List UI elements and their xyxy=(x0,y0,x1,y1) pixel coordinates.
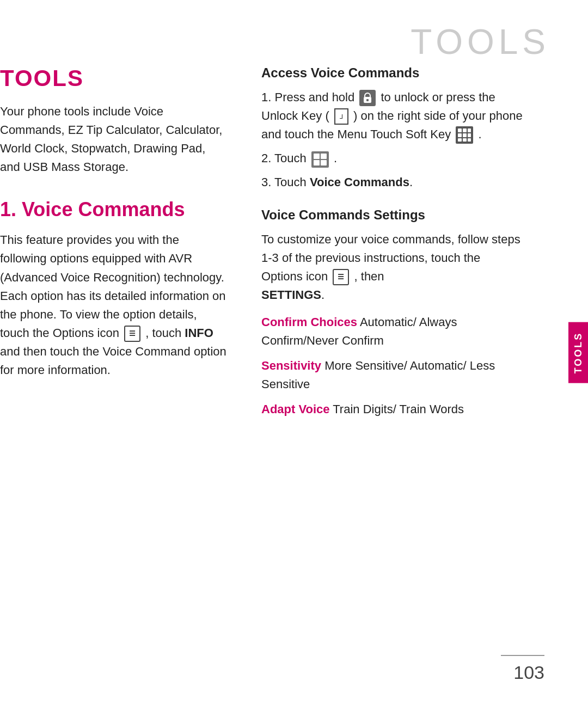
side-tab-label: TOOLS xyxy=(573,332,584,373)
voice-commands-settings-heading: Voice Commands Settings xyxy=(261,207,523,223)
adapt-voice-item: Adapt Voice Train Digits/ Train Words xyxy=(261,400,523,419)
main-content: TOOLS Your phone tools include Voice Com… xyxy=(0,65,588,425)
access-voice-commands-heading: Access Voice Commands xyxy=(261,65,523,81)
options-icon-left: ☰ xyxy=(124,326,140,342)
settings-body-text: To customize your voice commands, follow… xyxy=(261,230,523,304)
confirm-choices-item: Confirm Choices Automatic/ Always Confir… xyxy=(261,313,523,350)
adapt-voice-value: Train Digits/ Train Words xyxy=(333,402,464,416)
page-header-title: TOOLS xyxy=(411,22,550,62)
confirm-choices-label: Confirm Choices xyxy=(261,315,357,329)
sensitivity-label: Sensitivity xyxy=(261,359,321,372)
voice-commands-heading: 1. Voice Commands xyxy=(0,198,229,221)
step-1: 1. Press and hold to unlock or press the… xyxy=(261,88,523,144)
unlock-key-icon: ⅃ xyxy=(334,108,348,125)
sensitivity-item: Sensitivity More Sensitive/ Automatic/ L… xyxy=(261,357,523,394)
side-tab: TOOLS xyxy=(568,322,588,383)
page-divider xyxy=(501,655,544,656)
intro-paragraph: Your phone tools include Voice Commands,… xyxy=(0,102,229,176)
voice-commands-body: This feature provides you with the follo… xyxy=(0,231,229,379)
svg-rect-1 xyxy=(366,99,369,101)
adapt-voice-label: Adapt Voice xyxy=(261,402,330,416)
options-icon-right: ☰ xyxy=(333,269,349,285)
tools-main-heading: TOOLS xyxy=(0,65,229,91)
menu-grid-icon xyxy=(456,126,473,144)
left-column: TOOLS Your phone tools include Voice Com… xyxy=(0,65,229,425)
page-number: 103 xyxy=(513,662,544,683)
lock-icon xyxy=(359,90,376,106)
right-column: Access Voice Commands 1. Press and hold … xyxy=(261,65,523,425)
step-3: 3. Touch Voice Commands. xyxy=(261,173,523,192)
apps-icon xyxy=(311,151,329,168)
step-2: 2. Touch . xyxy=(261,149,523,168)
